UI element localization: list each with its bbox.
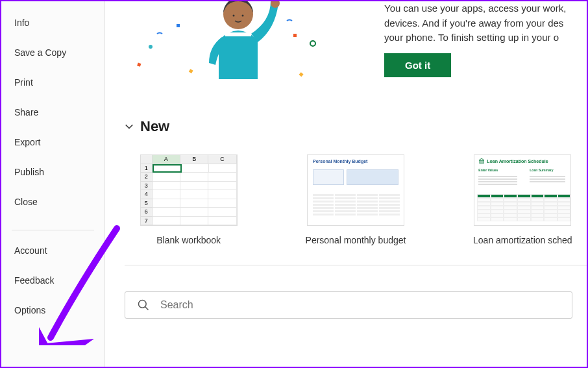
section-divider	[125, 265, 587, 265]
sidebar-item-close[interactable]: Close	[1, 187, 104, 217]
sidebar-item-info[interactable]: Info	[1, 8, 104, 38]
sidebar-item-account[interactable]: Account	[1, 236, 104, 265]
thumb-loan-h2: Loan Summary	[530, 168, 553, 172]
sidebar-item-export[interactable]: Export	[1, 127, 104, 157]
backstage-sidebar: Info Save a Copy Print Share Export Publ…	[1, 1, 105, 367]
new-section-header[interactable]: New	[125, 118, 587, 135]
svg-line-12	[145, 307, 149, 310]
template-thumb-blank: A B C 1 2 3 4 5 6 7	[140, 154, 238, 226]
banner-description: You can use your apps, access your work,…	[384, 1, 580, 45]
svg-point-7	[223, 1, 253, 29]
template-label: Loan amortization sched	[459, 235, 587, 245]
sidebar-item-print[interactable]: Print	[1, 67, 104, 97]
thumb-loan-h1: Enter Values	[478, 168, 498, 172]
template-label: Personal monthly budget	[291, 235, 419, 245]
sidebar-item-publish[interactable]: Publish	[1, 157, 104, 187]
search-icon	[137, 299, 150, 312]
banner-illustration	[125, 1, 371, 86]
template-thumb-loan: Loan Amortization Schedule Enter Values …	[474, 154, 571, 226]
sidebar-item-feedback[interactable]: Feedback	[1, 265, 104, 295]
svg-rect-6	[299, 72, 304, 77]
svg-point-0	[149, 45, 153, 49]
svg-point-8	[233, 15, 235, 17]
svg-rect-2	[177, 24, 180, 27]
new-section-title: New	[140, 118, 169, 135]
svg-rect-4	[293, 34, 297, 37]
template-label: Blank workbook	[125, 235, 252, 245]
template-loan-amortization[interactable]: Loan Amortization Schedule Enter Values …	[459, 154, 587, 245]
sidebar-item-options[interactable]: Options	[1, 295, 104, 325]
chevron-down-icon	[125, 122, 134, 131]
svg-rect-1	[137, 62, 141, 66]
thumb-budget-title: Personal Monthly Budget	[308, 155, 404, 167]
search-box[interactable]	[125, 291, 572, 319]
template-thumb-budget: Personal Monthly Budget	[307, 154, 404, 226]
svg-rect-3	[189, 69, 193, 73]
got-it-button[interactable]: Got it	[384, 53, 451, 77]
sidebar-divider	[12, 230, 94, 230]
banner-text-block: You can use your apps, access your work,…	[371, 1, 587, 77]
sidebar-item-save-copy[interactable]: Save a Copy	[1, 38, 104, 67]
template-monthly-budget[interactable]: Personal Monthly Budget Personal monthly…	[291, 154, 419, 245]
templates-row: A B C 1 2 3 4 5 6 7 Blank workbook Perso…	[125, 154, 587, 245]
main-content: You can use your apps, access your work,…	[105, 1, 587, 367]
onboarding-banner: You can use your apps, access your work,…	[125, 1, 587, 99]
thumb-loan-title: Loan Amortization Schedule	[474, 155, 570, 167]
svg-point-11	[139, 301, 147, 308]
svg-point-5	[310, 41, 315, 46]
sidebar-item-share[interactable]: Share	[1, 97, 104, 127]
search-input[interactable]	[160, 299, 560, 311]
svg-point-9	[242, 15, 244, 17]
bank-icon	[478, 158, 485, 164]
template-blank-workbook[interactable]: A B C 1 2 3 4 5 6 7 Blank workbook	[125, 154, 252, 245]
